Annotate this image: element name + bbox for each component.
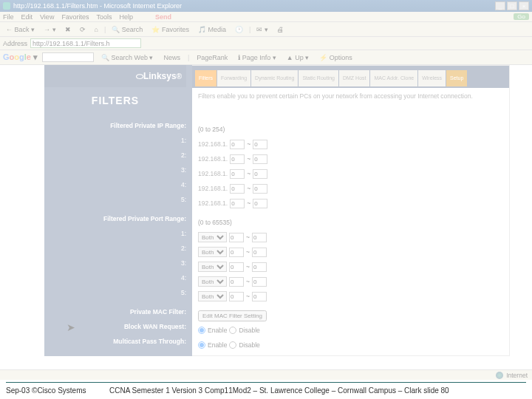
google-logo: Google ▾ [3, 52, 38, 62]
tab-filters[interactable]: Filters [195, 70, 216, 86]
ip-3-end[interactable] [253, 169, 267, 179]
port-5-start[interactable] [229, 292, 244, 301]
block-wan-enable[interactable] [198, 327, 205, 334]
ip-2-end[interactable] [253, 154, 267, 164]
google-pagerank[interactable]: PageRank [194, 53, 231, 62]
ip-range-hint: (0 to 254) [198, 122, 503, 137]
port-row-5: Both~ [198, 289, 503, 304]
multicast-row: Enable Disable [198, 338, 503, 352]
tab-dmz-host[interactable]: DMZ Host [339, 70, 370, 86]
ip-row-2: 192.168.1.~ [198, 151, 503, 166]
stop-button[interactable]: ✖ [62, 25, 74, 34]
print-button[interactable]: 🖨 [274, 25, 287, 34]
port-row-3: Both~ [198, 259, 503, 274]
address-input[interactable] [30, 38, 141, 48]
menu-edit[interactable]: Edit [21, 13, 33, 21]
port-row-3-label: 3: [44, 256, 186, 270]
mail-button[interactable]: ✉ ▾ [253, 25, 271, 34]
history-button[interactable]: 🕑 [232, 25, 246, 34]
ip-row-3-label: 3: [44, 163, 186, 177]
status-bar: Internet [0, 369, 532, 380]
home-button[interactable]: ⌂ [92, 25, 101, 34]
port-4-proto[interactable]: Both [198, 276, 227, 287]
close-button[interactable]: × [519, 1, 529, 10]
ip-row-5: 192.168.1.~ [198, 196, 503, 211]
tab-forwarding[interactable]: Forwarding [217, 70, 250, 86]
ip-4-end[interactable] [253, 184, 267, 194]
minimize-button[interactable]: _ [495, 1, 505, 10]
multicast-label: Multicast Pass Through: [44, 334, 186, 349]
google-up[interactable]: ▲ Up ▾ [284, 53, 312, 62]
multicast-disable[interactable] [229, 341, 236, 349]
address-label: Address [3, 40, 27, 47]
port-2-start[interactable] [229, 248, 244, 257]
menu-file[interactable]: File [3, 13, 14, 21]
tab-dynamic-routing[interactable]: Dynamic Routing [251, 70, 298, 86]
port-section-label: Filtered Private Port Range: [44, 211, 186, 226]
search-button[interactable]: 🔍 Search [109, 25, 146, 34]
multicast-enable[interactable] [198, 341, 205, 349]
browser-content: ⬭ Linksys® FILTERS Filtered Private IP R… [0, 65, 532, 369]
menubar: File Edit View Favorites Tools Help Send… [0, 12, 532, 22]
internet-zone-icon [496, 372, 503, 379]
google-options[interactable]: ⚡ Options [316, 53, 355, 62]
port-2-proto[interactable]: Both [198, 247, 227, 257]
port-4-start[interactable] [229, 277, 244, 287]
port-row-2: Both~ [198, 245, 503, 259]
back-button[interactable]: ← Back ▾ [3, 25, 38, 34]
ip-5-start[interactable] [230, 199, 245, 208]
port-1-end[interactable] [252, 233, 267, 242]
google-search-web[interactable]: 🔍 Search Web ▾ [98, 53, 156, 62]
block-wan-row: Enable Disable [198, 323, 503, 338]
mac-filter-label: Private MAC Filter: [44, 304, 186, 319]
ip-row-4-label: 4: [44, 177, 186, 192]
tab-mac-clone[interactable]: MAC Addr. Clone [370, 70, 417, 86]
google-search-input[interactable] [42, 52, 94, 62]
menu-help[interactable]: Help [119, 13, 133, 21]
slide-footer: Sep-03 ©Cisco Systems CCNA Semester 1 Ve… [6, 386, 526, 395]
port-5-end[interactable] [252, 292, 267, 301]
ip-2-start[interactable] [230, 154, 245, 164]
tab-wireless[interactable]: Wireless [418, 70, 446, 86]
menu-tools[interactable]: Tools [96, 13, 112, 21]
port-3-proto[interactable]: Both [198, 262, 227, 272]
ip-row-5-label: 5: [44, 192, 186, 207]
menu-favorites[interactable]: Favorites [61, 13, 89, 21]
go-button[interactable]: Go [514, 13, 529, 20]
google-pageinfo[interactable]: ℹ Page Info ▾ [235, 53, 279, 62]
mac-filter-row: Edit MAC Filter Setting [198, 308, 503, 323]
maximize-button[interactable]: □ [507, 1, 517, 10]
ip-5-end[interactable] [253, 199, 267, 208]
ip-row-1: 192.168.1.~ [198, 137, 503, 151]
window-titlebar: http://192.168.1.1/Filters.htm - Microso… [0, 0, 532, 12]
port-2-end[interactable] [252, 248, 267, 257]
ip-4-start[interactable] [230, 184, 245, 194]
port-1-proto[interactable]: Both [198, 232, 227, 242]
block-wan-disable[interactable] [229, 327, 236, 334]
google-toolbar: Google ▾ 🔍 Search Web ▾ News | PageRank … [0, 50, 532, 65]
google-news[interactable]: News [160, 53, 183, 62]
forward-button[interactable]: → ▾ [41, 25, 59, 34]
send-button[interactable]: Send [155, 13, 171, 21]
port-4-end[interactable] [252, 277, 267, 287]
port-range-hint: (0 to 65535) [198, 215, 503, 230]
footer-right: CCNA Semester 1 Version 3 Comp11Mod2 – S… [109, 386, 526, 395]
ip-3-start[interactable] [230, 169, 245, 179]
router-left-column: ⬭ Linksys® FILTERS Filtered Private IP R… [44, 65, 192, 356]
port-3-start[interactable] [229, 262, 244, 272]
port-row-1: Both~ [198, 230, 503, 245]
tab-static-routing[interactable]: Static Routing [299, 70, 338, 86]
page-title: FILTERS [44, 87, 186, 114]
edit-mac-filter-button[interactable]: Edit MAC Filter Setting [198, 310, 267, 321]
ip-1-start[interactable] [230, 140, 245, 149]
port-1-start[interactable] [229, 233, 244, 242]
refresh-button[interactable]: ⟳ [77, 25, 89, 34]
ip-row-3: 192.168.1.~ [198, 166, 503, 181]
ip-1-end[interactable] [253, 140, 267, 149]
media-button[interactable]: 🎵 Media [195, 25, 229, 34]
port-3-end[interactable] [252, 262, 267, 272]
port-5-proto[interactable]: Both [198, 291, 227, 301]
menu-view[interactable]: View [40, 13, 54, 21]
favorites-button[interactable]: ⭐ Favorites [149, 25, 192, 34]
tab-setup[interactable]: Setup [446, 70, 467, 86]
